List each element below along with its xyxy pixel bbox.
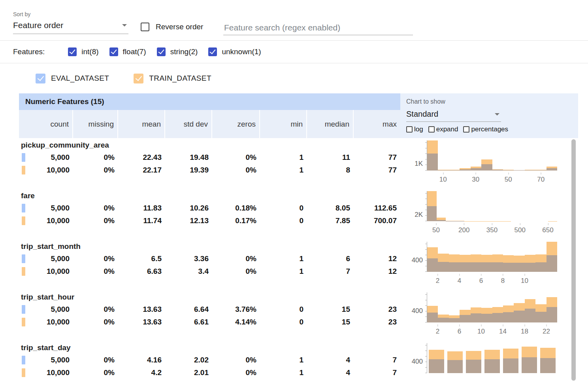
checkbox-checked-icon[interactable]: [208, 47, 217, 56]
x-axis: [427, 378, 557, 383]
stat-cell-count: 10,000: [19, 214, 73, 227]
eval-legend-swatch: [22, 305, 25, 314]
chevron-down-icon: [122, 24, 127, 27]
histogram-plot: [427, 242, 557, 272]
vertical-scrollbar[interactable]: [571, 139, 576, 381]
stat-cell-min: 0: [260, 202, 307, 214]
histogram-bin: [427, 242, 438, 272]
histogram-bin: [514, 242, 524, 272]
eval-stats-row: 5,0000%13.636.643.76%01523: [19, 303, 400, 316]
stat-cell-max: 7: [354, 354, 400, 366]
checkbox-unchecked-icon[interactable]: [406, 126, 413, 133]
checkbox-checked-icon[interactable]: [109, 47, 118, 56]
eval-stats-row: 5,0000%4.162.020%147: [19, 354, 400, 366]
stat-value: 0%: [104, 216, 115, 225]
stat-cell-zeros: 0%: [212, 252, 260, 265]
histogram-bin: [446, 191, 455, 221]
feature-search-input[interactable]: [223, 21, 413, 35]
y-axis-label: 1K: [415, 160, 423, 168]
stat-cell-missing: 0%: [73, 202, 118, 214]
stat-cell-zeros: 0%: [212, 366, 260, 379]
stat-value: 23: [388, 318, 397, 326]
dataset-toggle-train-dataset[interactable]: TRAIN_DATASET: [134, 74, 211, 83]
feature-type-filter-string-2-[interactable]: string(2): [157, 47, 198, 56]
histogram-trip-start-day: 400: [400, 341, 578, 383]
feature-type-label: string(2): [170, 47, 198, 56]
feature-type-filter-float-7-[interactable]: float(7): [109, 47, 146, 56]
checkbox-checked-icon[interactable]: [36, 74, 45, 83]
features-label: Features:: [13, 47, 45, 56]
stat-cell-count: 5,000: [19, 252, 73, 265]
histogram-bin: [449, 140, 460, 171]
chart-option-expand[interactable]: expand: [428, 125, 458, 133]
stat-value: 6.61: [194, 318, 209, 326]
histogram-bin: [474, 191, 483, 221]
stat-cell-zeros: 0.17%: [212, 214, 260, 227]
stat-cell-std-dev: 6.61: [165, 316, 212, 328]
chart-to-show-label: Chart to show: [406, 98, 578, 105]
eval-legend-swatch: [22, 356, 25, 364]
stat-cell-missing: 0%: [73, 366, 118, 379]
histogram-bin: [438, 140, 449, 171]
chart-option-toggles: logexpandpercentages: [406, 125, 578, 133]
stat-value: 19.39: [190, 166, 209, 174]
feature-name: pickup_community_area: [19, 139, 400, 151]
stat-cell-zeros: 0.18%: [212, 202, 260, 214]
stat-value: 6.63: [147, 267, 162, 275]
histogram-bin: [503, 242, 514, 272]
x-axis-tick-label: 10: [521, 277, 528, 285]
eval-bar: [427, 154, 438, 171]
stat-cell-min: 1: [260, 265, 307, 278]
histogram-bin: [438, 292, 449, 322]
histogram-bin: [438, 242, 449, 272]
histogram-bin: [492, 242, 503, 272]
feature-type-filter-int-8-[interactable]: int(8): [68, 47, 98, 56]
stat-cell-std-dev: 2.01: [165, 366, 212, 379]
histogram-bin: [437, 191, 446, 221]
stat-cell-max: 7: [354, 366, 400, 379]
stat-cell-max: 700.07: [354, 214, 400, 227]
stat-value: 0%: [246, 267, 256, 275]
feature-name: fare: [19, 190, 400, 202]
stat-value: 3.36: [194, 254, 209, 263]
train-stats-row: 10,0000%13.636.614.14%01523: [19, 316, 400, 328]
stat-value: 1: [299, 254, 303, 263]
chart-option-label: log: [414, 125, 423, 133]
column-header-median: median: [307, 110, 354, 138]
stats-table: Numeric Features (15) countmissingmeanst…: [19, 93, 400, 383]
eval-bar: [547, 255, 557, 272]
stat-cell-median: 7: [307, 265, 354, 278]
x-axis-tick-label: 22: [543, 328, 550, 336]
numeric-features-title-text: Numeric Features (15): [25, 97, 104, 106]
checkbox-unchecked-icon[interactable]: [463, 126, 469, 133]
stat-cell-min: 1: [260, 164, 307, 176]
reverse-order-toggle[interactable]: Reverse order: [141, 23, 203, 31]
histogram-bin: [511, 191, 520, 221]
column-header-count: count: [19, 110, 73, 138]
dataset-toggle-bar: EVAL_DATASETTRAIN_DATASET: [0, 63, 588, 93]
histogram-bin: [547, 242, 557, 272]
checkbox-checked-icon[interactable]: [157, 47, 166, 56]
histogram-plot: [427, 292, 557, 322]
histogram-fare: 2K50200350500650: [400, 189, 578, 239]
histogram-bin: [449, 292, 460, 322]
eval-bar: [484, 359, 500, 373]
stat-cell-zeros: 4.14%: [212, 316, 260, 328]
dataset-toggle-eval-dataset[interactable]: EVAL_DATASET: [36, 74, 109, 83]
dataset-label: EVAL_DATASET: [51, 74, 109, 83]
checkbox-checked-icon[interactable]: [68, 47, 77, 56]
chart-type-select[interactable]: Standard: [406, 105, 501, 122]
sort-by-select[interactable]: Feature order: [13, 20, 128, 34]
histogram-bin: [481, 242, 492, 272]
chart-option-log[interactable]: log: [406, 125, 423, 133]
stat-cell-mean: 6.63: [118, 265, 165, 278]
feature-type-filter-unknown-1-[interactable]: unknown(1): [208, 47, 261, 56]
stat-value: 0: [299, 204, 303, 212]
chart-option-percentages[interactable]: percentages: [463, 125, 508, 133]
checkbox-checked-icon[interactable]: [134, 74, 143, 83]
train-legend-swatch: [22, 166, 25, 174]
x-axis-tick-label: 500: [514, 226, 526, 234]
checkbox-unchecked-icon[interactable]: [428, 126, 435, 133]
reverse-order-checkbox[interactable]: [141, 23, 149, 31]
eval-bar: [492, 313, 503, 322]
